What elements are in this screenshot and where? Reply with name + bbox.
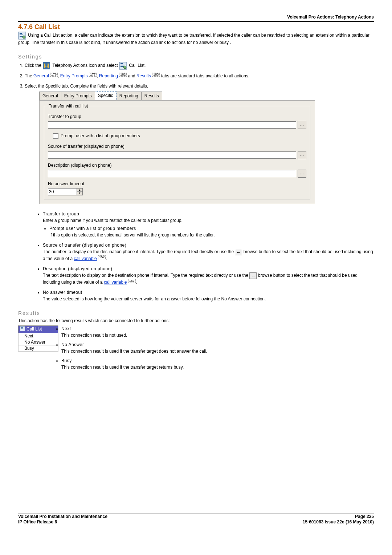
spinner-down[interactable]: ▼ [77, 192, 82, 195]
call-variable-link[interactable]: call variable [74, 256, 97, 261]
pageref-182: 182 [119, 73, 127, 77]
settings-heading: Settings [18, 54, 374, 60]
b2-tail: . [106, 256, 107, 261]
bullet-prompt-user: Prompt user with a list of group members… [49, 225, 374, 238]
step3-text: Select the Specific tab. Complete the fi… [25, 84, 148, 89]
spinner: ▲ ▼ [77, 188, 83, 195]
browse-button[interactable]: ... [298, 151, 306, 159]
footer: Voicemail Pro Installation and Maintenan… [18, 514, 374, 525]
b4-title: No answer timeout [43, 290, 82, 295]
c2: , [97, 73, 99, 78]
svg-rect-13 [21, 328, 23, 329]
results-section: Results This action has the following re… [18, 310, 374, 373]
tab-strip: General Entry Prompts Specific Reporting… [39, 91, 374, 100]
b2-title: Source of transfer (displayed on phone) [43, 243, 126, 248]
r3-title: Busy [61, 358, 72, 363]
entry-prompts-link[interactable]: Entry Prompts [60, 73, 88, 78]
prompt-user-checkbox[interactable] [53, 133, 58, 139]
call-variable-link[interactable]: call variable [104, 280, 127, 285]
page: Voicemail Pro Actions: Telephony Actions… [0, 0, 392, 530]
intro-paragraph: Using a Call List action, a caller can i… [18, 32, 374, 46]
label-transfer-to-group: Transfer to group [48, 113, 306, 120]
tree-item-noanswer[interactable]: No Answer [18, 339, 58, 345]
svg-rect-7 [121, 63, 123, 64]
tab-results[interactable]: Results [141, 92, 162, 100]
svg-rect-8 [121, 65, 124, 65]
tab-specific[interactable]: Specific [95, 91, 117, 100]
browse-icon: ... [249, 272, 257, 279]
step2-a: The [25, 73, 33, 78]
breadcrumb: Voicemail Pro Actions: Telephony Actions [18, 15, 374, 20]
call-list-icon [20, 326, 25, 332]
source-input[interactable] [48, 151, 296, 159]
spinner-up[interactable]: ▲ [77, 189, 82, 192]
b3-tail: . [136, 280, 137, 285]
step-3: Select the Specific tab. Complete the fi… [25, 83, 374, 204]
b1-title: Transfer to group [43, 211, 79, 216]
results-tree: Call List Next No Answer Busy [18, 325, 58, 352]
tab-general-mn: G [42, 93, 46, 98]
result-next: Next This connection result is not used. [61, 325, 374, 339]
bullet-timeout: No answer timeout The value selected is … [43, 289, 374, 302]
b3-a: The text description to display on the d… [43, 273, 249, 278]
results-heading: Results [18, 310, 374, 316]
b3-title: Description (displayed on phone) [43, 266, 112, 271]
r1-title: Next [61, 326, 71, 331]
bullet-description: Description (displayed on phone) The tex… [43, 266, 374, 285]
b1a-title: Prompt user with a list of group members [49, 226, 136, 231]
specific-panel: Transfer with call list Transfer to grou… [39, 100, 315, 204]
svg-rect-9 [121, 66, 123, 67]
tree-header: Call List [18, 325, 58, 333]
r2-body: This connection result is used if the tr… [61, 349, 207, 354]
footer-left-1: Voicemail Pro Installation and Maintenan… [18, 514, 107, 520]
and: and [128, 73, 136, 78]
b1-body: Enter a group name if you want to restri… [43, 218, 183, 223]
settings-steps: Click the Telephony Actions icon and sel… [25, 62, 374, 204]
tree-item-next[interactable]: Next [18, 333, 58, 339]
call-list-icon [18, 32, 26, 40]
label-timeout: No answer timeout [48, 181, 306, 187]
footer-right-2: 15-601063 Issue 22e (16 May 2010) [303, 519, 374, 525]
transfer-to-group-input[interactable] [48, 121, 296, 129]
results-link[interactable]: Results [136, 73, 151, 78]
timeout-input[interactable] [48, 188, 77, 195]
bullet-source: Source of transfer (displayed on phone) … [43, 242, 374, 262]
tab-reporting[interactable]: Reporting [116, 92, 142, 100]
results-descriptions: Next This connection result is not used.… [58, 325, 374, 373]
pageref-177: 177 [89, 73, 97, 77]
svg-rect-2 [20, 35, 23, 35]
tab-entry-prompts[interactable]: Entry Prompts [61, 92, 95, 100]
b1a-body: If this option is selected, the voicemai… [49, 232, 215, 238]
telephony-actions-icon [42, 62, 50, 70]
tree-header-label: Call List [26, 327, 42, 332]
footer-right-1: Page 225 [303, 514, 374, 520]
label-source: Source of transfer (displayed on phone) [48, 143, 306, 150]
bullet-transfer-to-group: Transfer to group Enter a group name if … [43, 211, 374, 238]
top-rule [18, 21, 374, 22]
intro-text: Using a Call List action, a caller can i… [18, 33, 369, 45]
b2-a: The number to display on the destination… [43, 249, 235, 254]
r3-body: This connection result is used if the tr… [61, 365, 184, 370]
tree-item-busy[interactable]: Busy [18, 345, 58, 352]
tab-general[interactable]: General [39, 92, 61, 100]
description-input[interactable] [48, 170, 296, 177]
pageref-183: 183 [152, 73, 160, 77]
pageref-176: 176 [50, 73, 58, 77]
r2-title: No Answer [61, 342, 84, 347]
step1-c: Call List. [129, 63, 146, 68]
browse-button[interactable]: ... [298, 121, 306, 129]
label-description: Description (displayed on phone) [48, 162, 306, 169]
b4-body: The value selected is how long the voice… [43, 296, 266, 301]
svg-rect-1 [20, 33, 22, 34]
step-1: Click the Telephony Actions icon and sel… [25, 62, 374, 70]
pageref-157: 157 [128, 279, 136, 283]
field-descriptions: Transfer to group Enter a group name if … [36, 211, 374, 302]
svg-point-10 [123, 66, 126, 69]
result-busy: Busy This connection result is used if t… [61, 357, 374, 370]
page-title: 4.7.6 Call List [18, 23, 374, 31]
r1-body: This connection result is not used. [61, 333, 127, 338]
reporting-link[interactable]: Reporting [99, 73, 118, 78]
step1-b: Telephony Actions icon and select [52, 63, 119, 68]
general-link[interactable]: General [33, 73, 49, 78]
browse-button[interactable]: ... [298, 170, 306, 178]
